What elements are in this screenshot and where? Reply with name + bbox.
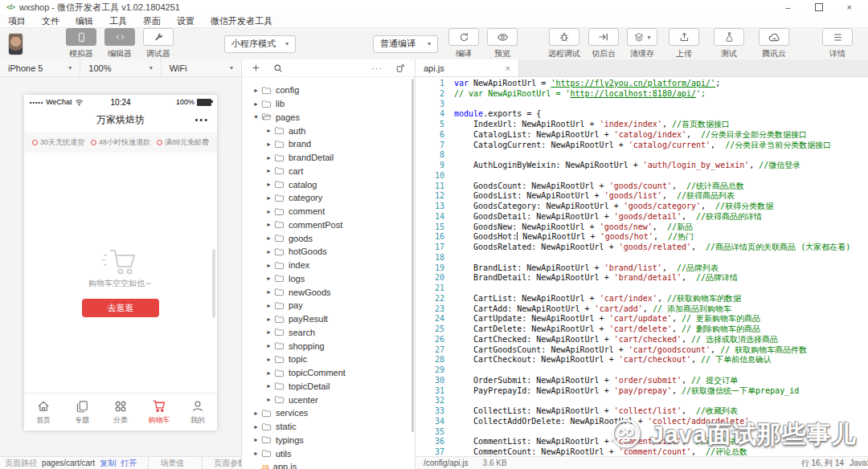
tree-item-category[interactable]: ▸category (242, 191, 415, 205)
tree-item-cart[interactable]: ▸cart (242, 165, 415, 178)
file-size: 3.6 KB (483, 459, 507, 467)
line-number: 15 (416, 222, 444, 233)
toolbar-button-编译[interactable]: 编译 (448, 28, 479, 59)
scene-value-label[interactable]: 场景值 (148, 457, 195, 469)
tree-item-utils[interactable]: ▸utils (242, 447, 415, 460)
tab-api-js[interactable]: api.js × (416, 59, 519, 76)
toolbar-button-切后台[interactable]: 切后台 (588, 28, 619, 59)
menu-item-3[interactable]: 工具 (109, 15, 127, 27)
chevron-collapsed-icon: ▸ (264, 382, 273, 389)
close-tab-icon[interactable]: × (506, 63, 510, 73)
toolbar-button-清缓存[interactable]: ▾清缓存 (627, 28, 657, 59)
menu-item-2[interactable]: 编辑 (76, 15, 93, 27)
tree-item-hotGoods[interactable]: ▸hotGoods (242, 245, 415, 259)
locate-file-icon[interactable] (395, 63, 405, 73)
tree-item-config[interactable]: ▸config (242, 84, 415, 97)
tree-item-ucenter[interactable]: ▸ucenter (242, 393, 415, 406)
menu-item-1[interactable]: 文件 (42, 15, 59, 27)
tree-item-shopping[interactable]: ▸shopping (242, 339, 415, 353)
compile-select[interactable]: 普通编译 ▾ (373, 35, 438, 53)
phone-tab-专题[interactable]: 专题 (63, 394, 101, 430)
tree-item-payResult[interactable]: ▸payResult (242, 312, 415, 326)
tree-scrollbar[interactable] (411, 79, 414, 432)
tree-item-logs[interactable]: ▸logs (242, 272, 415, 286)
folder-icon (274, 207, 285, 216)
phone-tab-分类[interactable]: 分类 (101, 394, 140, 430)
phone-scrollbar[interactable] (212, 249, 215, 318)
search-icon[interactable] (273, 63, 283, 73)
tree-item-topicComment[interactable]: ▸topicComment (242, 366, 415, 380)
promo-bar: 30天无忧退货48小时快速退款满88元免邮费 (24, 133, 217, 153)
maximize-button[interactable] (815, 3, 823, 11)
tree-item-search[interactable]: ▸search (242, 326, 415, 340)
code-editor[interactable]: 1234567891011121314151617181920212223242… (416, 77, 868, 456)
tree-item-catalog[interactable]: ▸catalog (242, 177, 415, 191)
toolbar-icon-box (588, 28, 619, 46)
tree-item-name: commentPost (289, 220, 342, 230)
tree-item-static[interactable]: ▸static (242, 420, 415, 434)
code-line-11: GoodsCount: NewApiRootUrl + 'goods/count… (454, 181, 868, 192)
capsule-menu-icon[interactable]: ••• (194, 115, 209, 124)
tree-item-topic[interactable]: ▸topic (242, 353, 415, 366)
phone-tab-首页[interactable]: 首页 (24, 394, 63, 430)
tree-item-brandDetail[interactable]: ▸brandDetail (242, 151, 415, 165)
phone-tab-我的[interactable]: 我的 (178, 394, 217, 430)
menu-item-5[interactable]: 设置 (177, 15, 194, 27)
tree-item-goods[interactable]: ▸goods (242, 231, 415, 245)
more-options-icon[interactable]: ··· (371, 63, 383, 73)
tree-item-name: config (276, 85, 299, 95)
page-params-label[interactable]: 页面参数 (202, 457, 241, 469)
menu-item-0[interactable]: 项目 (8, 15, 26, 27)
code-line-37: CommentCount: NewApiRootUrl + 'comment/c… (454, 447, 868, 456)
mode-select[interactable]: 小程序模式 ▾ (224, 35, 296, 53)
zoom-select[interactable]: 100% ▾ (80, 59, 161, 76)
go-shopping-button[interactable]: 去逛逛 (82, 299, 159, 317)
tree-item-typings[interactable]: ▸typings (242, 434, 415, 447)
toolbar-button-测试[interactable]: 测试 (714, 28, 744, 59)
copy-path-link[interactable]: 复制 (100, 458, 116, 469)
toolbar-button-上传[interactable]: 上传 (669, 28, 699, 59)
toolbar-button-腾讯云[interactable]: 腾讯云 (759, 28, 789, 59)
chevron-down-icon: ▾ (428, 40, 431, 47)
cursor-position[interactable]: 行 16, 列 14 (801, 458, 844, 469)
tree-item-auth[interactable]: ▸auth (242, 124, 415, 137)
phone-nav-bar: 万家烘焙坊 ••• (24, 109, 217, 130)
tree-item-brand[interactable]: ▸brand (242, 137, 415, 151)
tree-item-pages[interactable]: ▾pages (242, 111, 415, 124)
chevron-collapsed-icon: ▸ (264, 154, 273, 161)
user-avatar[interactable] (8, 33, 23, 55)
menu-item-4[interactable]: 界面 (143, 15, 161, 27)
toolbar-button-详情[interactable]: 详情 (822, 28, 853, 59)
line-number: 18 (416, 253, 444, 263)
network-select[interactable]: WiFi ▾ (162, 59, 241, 76)
device-select[interactable]: iPhone 5 ▾ (0, 59, 80, 76)
open-path-link[interactable]: 打开 (121, 458, 137, 469)
language-mode[interactable]: JavaScript (850, 459, 868, 467)
tree-item-pay[interactable]: ▸pay (242, 299, 415, 312)
tree-item-app.js[interactable]: JSapp.js (242, 460, 415, 469)
toolbar-button-编辑器[interactable]: 编辑器 (104, 28, 135, 59)
tree-item-services[interactable]: ▸services (242, 406, 415, 420)
tree-item-lib[interactable]: ▸lib (242, 97, 415, 111)
chevron-collapsed-icon: ▸ (264, 356, 273, 363)
toolbar-button-预览[interactable]: 预览 (487, 28, 518, 59)
code-line-2: // var NewApiRootUrl = 'http://localhost… (454, 89, 868, 100)
toolbar-button-模拟器[interactable]: 模拟器 (66, 28, 96, 59)
tree-item-commentPost[interactable]: ▸commentPost (242, 218, 415, 232)
code-line-4: module.exports = { (454, 109, 868, 120)
menu-item-6[interactable]: 微信开发者工具 (211, 15, 272, 27)
new-file-icon[interactable] (252, 63, 260, 72)
chevron-down-icon: ▾ (68, 64, 72, 71)
tree-item-newGoods[interactable]: ▸newGoods (242, 285, 415, 299)
close-button[interactable]: × (847, 3, 852, 12)
toolbar-button-远程调试[interactable]: 远程调试 (548, 28, 580, 59)
tree-item-comment[interactable]: ▸comment (242, 205, 415, 218)
tree-item-index[interactable]: ▸index (242, 259, 415, 272)
tree-item-topicDetail[interactable]: ▸topicDetail (242, 380, 415, 394)
code-line-1: var NewApiRootUrl = 'https://fly2you.cn/… (454, 79, 868, 89)
device-select-value: iPhone 5 (8, 63, 43, 73)
toolbar: 模拟器编辑器调试器 小程序模式 ▾ 普通编译 ▾ 编译预览 远程调试切后台▾清缓… (0, 28, 868, 60)
toolbar-button-调试器[interactable]: 调试器 (143, 28, 174, 59)
minimize-button[interactable]: – (785, 3, 790, 12)
phone-tab-购物车[interactable]: 购物车 (140, 394, 178, 430)
